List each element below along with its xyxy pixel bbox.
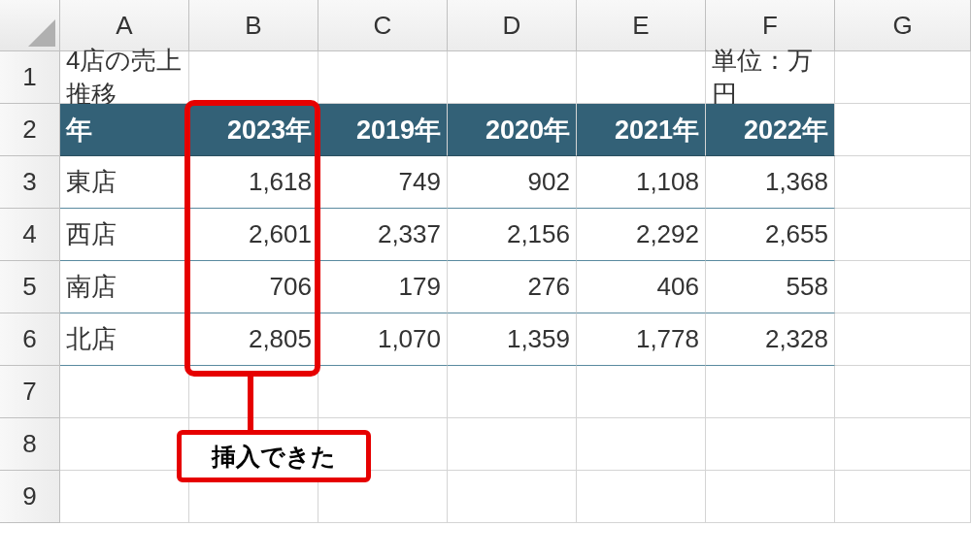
cell-G6[interactable] [835,313,971,366]
row-2: 2 年 2023年 2019年 2020年 2021年 2022年 [0,104,971,156]
cell-A3[interactable]: 東店 [60,156,189,209]
cell-D8[interactable] [448,418,577,471]
cell-G9[interactable] [835,471,971,523]
row-header-6[interactable]: 6 [0,313,60,366]
cell-D7[interactable] [448,366,577,418]
cell-B7[interactable] [189,366,318,418]
cell-D2[interactable]: 2020年 [448,104,577,156]
cell-C3[interactable]: 749 [318,156,448,209]
row-7: 7 [0,366,971,418]
cell-D9[interactable] [448,471,577,523]
spreadsheet-grid: A B C D E F G 1 4店の売上推移 単位：万円 2 年 2023年 … [0,0,971,523]
cell-B3[interactable]: 1,618 [189,156,318,209]
row-5: 5 南店 706 179 276 406 558 [0,261,971,313]
cell-D5[interactable]: 276 [448,261,577,313]
select-all-corner[interactable] [0,0,60,51]
row-header-8[interactable]: 8 [0,418,60,471]
cell-B4[interactable]: 2,601 [189,209,318,261]
row-header-9[interactable]: 9 [0,471,60,523]
row-header-5[interactable]: 5 [0,261,60,313]
cell-E1[interactable] [577,51,706,104]
cell-F5[interactable]: 558 [706,261,835,313]
cell-E6[interactable]: 1,778 [577,313,706,366]
row-1: 1 4店の売上推移 単位：万円 [0,51,971,104]
cell-C1[interactable] [318,51,448,104]
cell-A1[interactable]: 4店の売上推移 [60,51,189,104]
cell-E7[interactable] [577,366,706,418]
cell-D4[interactable]: 2,156 [448,209,577,261]
cell-F9[interactable] [706,471,835,523]
cell-A5[interactable]: 南店 [60,261,189,313]
cell-F2[interactable]: 2022年 [706,104,835,156]
cell-C2[interactable]: 2019年 [318,104,448,156]
cell-C5[interactable]: 179 [318,261,448,313]
cell-D1[interactable] [448,51,577,104]
row-header-1[interactable]: 1 [0,51,60,104]
cell-A6[interactable]: 北店 [60,313,189,366]
cell-G4[interactable] [835,209,971,261]
col-header-G[interactable]: G [835,0,971,51]
cell-E4[interactable]: 2,292 [577,209,706,261]
cell-A7[interactable] [60,366,189,418]
row-4: 4 西店 2,601 2,337 2,156 2,292 2,655 [0,209,971,261]
cell-F3[interactable]: 1,368 [706,156,835,209]
row-9: 9 [0,471,971,523]
cell-B5[interactable]: 706 [189,261,318,313]
row-header-7[interactable]: 7 [0,366,60,418]
cell-A8[interactable] [60,418,189,471]
cell-F4[interactable]: 2,655 [706,209,835,261]
cell-B6[interactable]: 2,805 [189,313,318,366]
cell-G8[interactable] [835,418,971,471]
cell-F6[interactable]: 2,328 [706,313,835,366]
cell-D6[interactable]: 1,359 [448,313,577,366]
row-header-3[interactable]: 3 [0,156,60,209]
row-header-4[interactable]: 4 [0,209,60,261]
cell-E2[interactable]: 2021年 [577,104,706,156]
cell-F1[interactable]: 単位：万円 [706,51,835,104]
cell-B2[interactable]: 2023年 [189,104,318,156]
cell-E3[interactable]: 1,108 [577,156,706,209]
cell-C7[interactable] [318,366,448,418]
callout-label: 挿入できた [177,430,371,482]
cell-G5[interactable] [835,261,971,313]
col-header-B[interactable]: B [189,0,318,51]
cell-G2[interactable] [835,104,971,156]
cell-F8[interactable] [706,418,835,471]
cell-D3[interactable]: 902 [448,156,577,209]
cell-F7[interactable] [706,366,835,418]
cell-E9[interactable] [577,471,706,523]
cell-C6[interactable]: 1,070 [318,313,448,366]
row-3: 3 東店 1,618 749 902 1,108 1,368 [0,156,971,209]
cell-G1[interactable] [835,51,971,104]
cell-G7[interactable] [835,366,971,418]
cell-C4[interactable]: 2,337 [318,209,448,261]
cell-E5[interactable]: 406 [577,261,706,313]
cell-B1[interactable] [189,51,318,104]
cell-G3[interactable] [835,156,971,209]
cell-A9[interactable] [60,471,189,523]
cell-A2[interactable]: 年 [60,104,189,156]
row-header-2[interactable]: 2 [0,104,60,156]
cell-A4[interactable]: 西店 [60,209,189,261]
col-header-C[interactable]: C [318,0,448,51]
col-header-D[interactable]: D [448,0,577,51]
col-header-E[interactable]: E [577,0,706,51]
row-6: 6 北店 2,805 1,070 1,359 1,778 2,328 [0,313,971,366]
cell-E8[interactable] [577,418,706,471]
row-8: 8 [0,418,971,471]
